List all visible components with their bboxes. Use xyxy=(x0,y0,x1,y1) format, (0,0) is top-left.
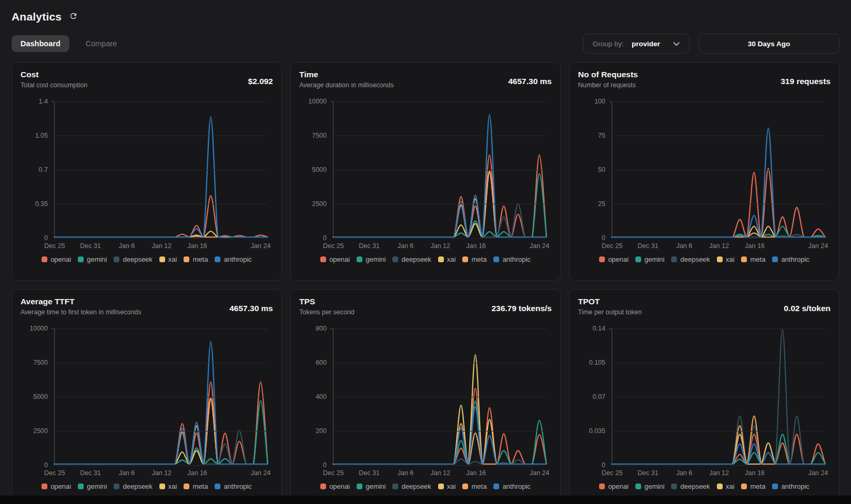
legend-item-deepseek[interactable]: deepseek xyxy=(392,482,431,490)
plot-area xyxy=(54,328,268,465)
legend-label: xai xyxy=(447,255,456,263)
legend-item-meta[interactable]: meta xyxy=(462,482,487,490)
legend-item-anthropic[interactable]: anthropic xyxy=(215,482,251,490)
legend-item-xai[interactable]: xai xyxy=(717,482,735,490)
x-tick-label: Jan 16 xyxy=(187,469,207,477)
legend-swatch xyxy=(42,256,47,262)
legend-item-deepseek[interactable]: deepseek xyxy=(114,255,152,263)
y-axis-labels: 100007500500025000 xyxy=(299,101,327,238)
legend-item-gemini[interactable]: gemini xyxy=(635,255,664,263)
legend-item-meta[interactable]: meta xyxy=(462,255,487,263)
legend-label: deepseek xyxy=(680,255,710,263)
y-tick-label: 0 xyxy=(44,234,48,242)
legend-label: deepseek xyxy=(401,255,431,263)
legend-item-gemini[interactable]: gemini xyxy=(357,255,386,263)
x-axis-labels: Dec 25Dec 31Jan 6Jan 12Jan 16Jan 24 xyxy=(54,242,268,251)
y-tick-label: 75 xyxy=(598,132,605,139)
series-line-openai xyxy=(333,155,546,237)
legend-item-deepseek[interactable]: deepseek xyxy=(671,482,710,490)
chart-heading: Cost Total cost consumption xyxy=(21,70,87,89)
series-line-deepseek xyxy=(333,459,546,464)
chart-subtitle: Number of requests xyxy=(578,81,638,89)
legend-swatch xyxy=(392,256,398,262)
legend-item-anthropic[interactable]: anthropic xyxy=(493,482,530,490)
legend-item-xai[interactable]: xai xyxy=(159,482,177,490)
y-tick-label: 0.7 xyxy=(39,166,48,173)
legend-item-xai[interactable]: xai xyxy=(438,255,456,263)
page-header: Analytics Dashboard Compare Group by: pr… xyxy=(12,11,839,54)
gridline xyxy=(612,328,825,329)
x-tick-label: Jan 24 xyxy=(808,469,828,477)
y-tick-label: 0.035 xyxy=(589,427,605,435)
legend-item-gemini[interactable]: gemini xyxy=(635,482,664,490)
y-tick-label: 1.4 xyxy=(39,98,48,105)
legend-item-openai[interactable]: openai xyxy=(320,255,350,263)
x-tick-label: Dec 31 xyxy=(80,469,101,477)
legend-item-anthropic[interactable]: anthropic xyxy=(215,255,251,263)
legend-swatch xyxy=(159,484,165,489)
chart-card: Time Average duration in milliseconds 46… xyxy=(290,62,561,281)
x-tick-label: Jan 6 xyxy=(676,469,693,477)
legend-label: meta xyxy=(750,482,765,490)
legend-item-meta[interactable]: meta xyxy=(184,482,208,490)
legend-item-xai[interactable]: xai xyxy=(717,255,735,263)
x-tick-label: Jan 12 xyxy=(151,469,171,477)
legend-item-meta[interactable]: meta xyxy=(184,255,208,263)
legend-item-deepseek[interactable]: deepseek xyxy=(392,255,431,263)
legend-item-anthropic[interactable]: anthropic xyxy=(772,255,809,263)
legend-item-gemini[interactable]: gemini xyxy=(78,482,107,490)
legend-swatch xyxy=(772,484,778,489)
analytics-page: Analytics Dashboard Compare Group by: pr… xyxy=(0,0,851,504)
legend-swatch xyxy=(438,256,444,262)
legend-swatch xyxy=(357,256,362,262)
x-axis-labels: Dec 25Dec 31Jan 6Jan 12Jan 16Jan 24 xyxy=(612,469,825,478)
gridline xyxy=(612,397,825,397)
legend-item-openai[interactable]: openai xyxy=(320,482,350,490)
x-tick-label: Dec 25 xyxy=(44,242,65,250)
gridline xyxy=(333,465,546,466)
legend-label: anthropic xyxy=(781,482,809,490)
series-line-deepseek xyxy=(333,199,546,237)
group-by-select[interactable]: Group by: provider xyxy=(583,34,690,54)
legend-item-openai[interactable]: openai xyxy=(42,255,71,263)
gridline xyxy=(612,238,825,239)
chart-heading: Time Average duration in milliseconds xyxy=(299,70,394,89)
x-tick-label: Dec 25 xyxy=(323,242,344,250)
legend-label: deepseek xyxy=(680,482,710,490)
gridline xyxy=(333,238,546,239)
refresh-button[interactable] xyxy=(68,11,79,23)
legend-swatch xyxy=(438,484,444,489)
legend-swatch xyxy=(357,484,362,489)
legend-item-gemini[interactable]: gemini xyxy=(357,482,386,490)
legend-swatch xyxy=(671,484,677,489)
x-tick-label: Dec 31 xyxy=(359,469,380,477)
legend-item-anthropic[interactable]: anthropic xyxy=(493,255,530,263)
charts-grid: Cost Total cost consumption $2.092 1.41.… xyxy=(12,62,839,504)
legend-swatch xyxy=(493,256,499,262)
legend-item-openai[interactable]: openai xyxy=(42,482,71,490)
date-range-button[interactable]: 30 Days Ago xyxy=(698,34,839,54)
legend-swatch xyxy=(772,256,778,262)
legend-swatch xyxy=(114,256,119,262)
legend-item-xai[interactable]: xai xyxy=(438,482,456,490)
legend-item-meta[interactable]: meta xyxy=(741,255,765,263)
legend-item-deepseek[interactable]: deepseek xyxy=(114,482,152,490)
legend-item-gemini[interactable]: gemini xyxy=(78,255,107,263)
x-axis-labels: Dec 25Dec 31Jan 6Jan 12Jan 16Jan 24 xyxy=(333,242,546,251)
tab-compare[interactable]: Compare xyxy=(77,35,126,52)
legend-label: gemini xyxy=(87,255,107,263)
chart-subtitle: Tokens per second xyxy=(299,308,354,316)
y-tick-label: 2500 xyxy=(312,200,327,208)
tab-dashboard[interactable]: Dashboard xyxy=(12,35,69,52)
legend-label: meta xyxy=(750,255,765,263)
legend-item-anthropic[interactable]: anthropic xyxy=(772,482,809,490)
legend-item-meta[interactable]: meta xyxy=(741,482,765,490)
chart-card: TPOT Time per output token 0.02 s/token … xyxy=(569,289,839,504)
x-tick-label: Dec 31 xyxy=(80,242,101,250)
legend-item-deepseek[interactable]: deepseek xyxy=(671,255,710,263)
legend-item-openai[interactable]: openai xyxy=(599,255,629,263)
legend-item-openai[interactable]: openai xyxy=(599,482,629,490)
legend: openaigeminideepseekxaimetaanthropic xyxy=(21,255,273,263)
x-tick-label: Jan 16 xyxy=(745,242,765,250)
legend-item-xai[interactable]: xai xyxy=(159,255,177,263)
